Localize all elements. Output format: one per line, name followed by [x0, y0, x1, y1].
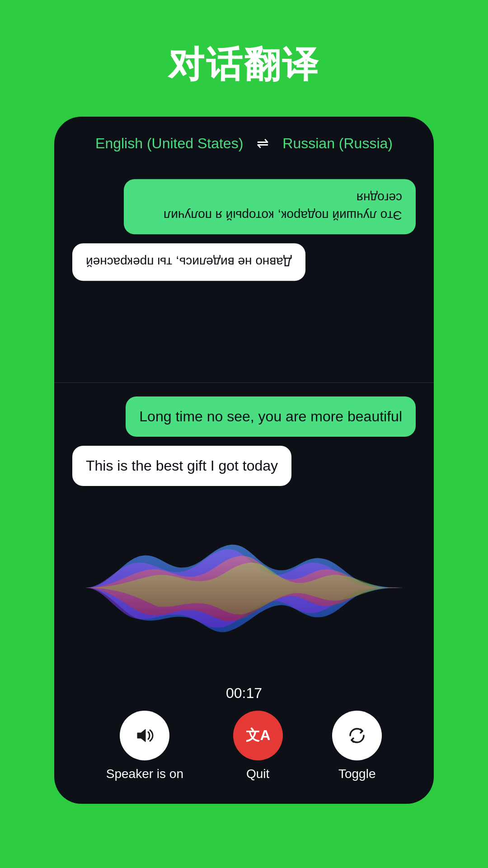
target-language[interactable]: Russian (Russia) [282, 135, 393, 152]
toggle-label: Toggle [338, 767, 376, 781]
source-language[interactable]: English (United States) [95, 135, 243, 152]
lower-section: Long time no see, you are more beautiful… [54, 383, 434, 491]
svg-text:文A: 文A [246, 727, 270, 743]
quit-button[interactable]: 文A [233, 711, 283, 760]
toggle-button[interactable] [332, 711, 382, 760]
quit-control: 文A Quit [233, 711, 283, 781]
speaker-icon [133, 724, 156, 747]
speaker-control: Speaker is on [106, 711, 183, 781]
upper-bubble-green: Это лучший подарок, который я получил се… [124, 179, 416, 234]
quit-label: Quit [246, 767, 269, 781]
app-title: 对话翻译 [168, 41, 320, 90]
upper-section: Давно не виделись, ты прекрасней Это луч… [54, 165, 434, 382]
waveform-visualization [86, 533, 402, 642]
lower-bubble-white: This is the best gift I got today [72, 446, 291, 486]
toggle-icon [345, 724, 369, 747]
toggle-control: Toggle [332, 711, 382, 781]
waveform-area [54, 491, 434, 685]
lower-bubble-green: Long time no see, you are more beautiful [126, 396, 416, 437]
phone-card: English (United States) ⇌ Russian (Russi… [54, 117, 434, 804]
recording-timer: 00:17 [54, 685, 434, 706]
translate-icon: 文A [246, 724, 270, 747]
speaker-label: Speaker is on [106, 767, 183, 781]
language-bar: English (United States) ⇌ Russian (Russi… [54, 117, 434, 165]
bottom-controls: Speaker is on 文A Quit [54, 706, 434, 804]
speaker-button[interactable] [120, 711, 169, 760]
upper-bubble-white: Давно не виделись, ты прекрасней [72, 243, 305, 281]
swap-icon[interactable]: ⇌ [257, 135, 269, 152]
